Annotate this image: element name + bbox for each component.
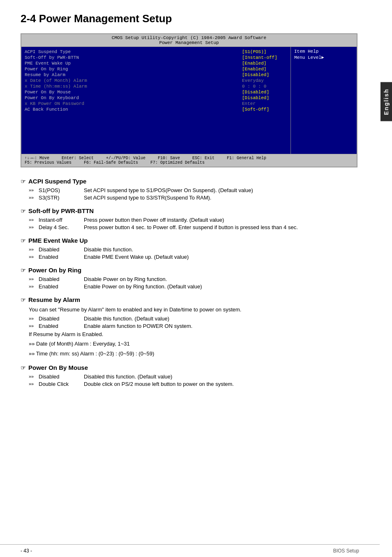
bios-row: Soft-Off by PWR-BTTN[Instant-off]: [25, 55, 287, 60]
bios-row-value: [Enabled]: [238, 67, 287, 72]
option-bullet-icon: »»: [29, 254, 39, 260]
option-row: »» S3(STR) Set ACPI suspend type to S3/S…: [29, 195, 357, 201]
bios-row-label: AC Back Function: [25, 107, 238, 112]
bios-row-value: [Disabled]: [238, 95, 287, 100]
option-row: »» Disabled Disable this function. (Defa…: [29, 316, 357, 322]
option-bullet-icon: »»: [29, 374, 39, 380]
section-heading: Power On By Mouse: [28, 364, 88, 371]
bios-row-value: [Disabled]: [238, 72, 287, 77]
bios-nav-select: Enter: Select: [62, 156, 94, 160]
option-desc: Press power button 4 sec. to Power off. …: [84, 224, 357, 230]
section-title-alarm: ☞ Resume by Alarm: [21, 296, 357, 303]
section-body-acpi: »» S1(POS) Set ACPI suspend type to S1/P…: [21, 187, 357, 201]
bios-row-label: PME Event Wake Up: [25, 61, 238, 66]
bios-row-label: Power On by Ring: [25, 67, 238, 72]
section-arrow-icon: ☞: [21, 178, 26, 185]
bios-nav-help: F1: General Help: [227, 156, 266, 160]
section-heading: Resume by Alarm: [28, 296, 80, 303]
option-desc: Enable Power on by Ring function. (Defau…: [84, 283, 357, 290]
bios-header-line2: Power Management Setup: [21, 40, 357, 45]
option-key: S1(POS): [39, 187, 84, 193]
option-desc: Enable PME Event Wake up. (Default value…: [84, 254, 357, 260]
bios-row: x KB Power ON PasswordEnter: [25, 101, 287, 107]
bios-table: CMOS Setup Utility-Copyright (C) 1984-20…: [21, 33, 357, 167]
section-body-soft-off: »» Instant-off Press power button then P…: [21, 217, 357, 230]
bios-nav-failsafe: F6: Fail-Safe Defaults: [84, 160, 138, 165]
option-desc: Disable this function.: [84, 246, 357, 253]
option-key: Instant-off: [39, 217, 84, 223]
section-title-pme: ☞ PME Event Wake Up: [21, 237, 357, 244]
bios-nav-save: F10: Save: [158, 156, 180, 160]
bios-menu-level: Menu Level►: [294, 55, 353, 60]
bios-setup-label: BIOS Setup: [333, 548, 359, 554]
section-title-soft-off: ☞ Soft-off by PWR-BTTN: [21, 207, 357, 214]
side-tab: English: [380, 82, 392, 121]
bios-row: Resume by Alarm[Disabled]: [25, 72, 287, 78]
option-key: Double Click: [39, 381, 84, 387]
section-text: »» Time (hh: mm: ss) Alarm : (0~23) : (0…: [29, 350, 357, 358]
bios-row: Power On by Ring[Enabled]: [25, 66, 287, 72]
bios-row-label: ACPI Suspend Type: [25, 49, 238, 54]
option-row: »» Enabled Enable alarm function to POWE…: [29, 323, 357, 329]
section-body-ring: »» Disabled Disable Power on by Ring fun…: [21, 276, 357, 290]
bios-row-value: [Instant-off]: [238, 55, 287, 60]
section-arrow-icon: ☞: [21, 208, 26, 214]
page-title: 2-4 Power Management Setup: [21, 12, 357, 25]
option-key: Disabled: [39, 316, 84, 322]
option-key: Enabled: [39, 323, 84, 329]
bios-row: Power On By Keyboard[Disabled]: [25, 95, 287, 101]
section-text: You can set "Resume by Alarm" item to en…: [29, 306, 357, 314]
bios-help-title: Item Help: [294, 49, 353, 54]
option-row: »» Delay 4 Sec. Press power button 4 sec…: [29, 224, 357, 230]
option-key: Disabled: [39, 374, 84, 380]
option-bullet-icon: »»: [29, 195, 39, 201]
option-row: »» Disabled Disable this function.: [29, 246, 357, 253]
section-arrow-icon: ☞: [21, 364, 26, 371]
section-text: »» Date (of Month) Alarm : Everyday, 1~3…: [29, 340, 357, 348]
bios-row-label: x Time (hh:mm:ss) Alarm: [25, 84, 238, 89]
option-desc: Enable alarm function to POWER ON system…: [84, 323, 357, 329]
option-key: Enabled: [39, 254, 84, 260]
bios-row-value: [Enabled]: [238, 61, 287, 66]
section-heading: Soft-off by PWR-BTTN: [28, 207, 94, 214]
bios-nav-move: ↑↓→←: Move: [25, 156, 49, 160]
bios-row-value: 0 : 0 : 0: [238, 84, 287, 89]
section-pme: ☞ PME Event Wake Up »» Disabled Disable …: [21, 237, 357, 260]
option-bullet-icon: »»: [29, 283, 39, 290]
section-title-ring: ☞ Power On by Ring: [21, 267, 357, 274]
bios-nav-value: +/-/PU/PD: Value: [106, 156, 145, 160]
option-bullet-icon: »»: [29, 217, 39, 223]
bios-row: Power On By Mouse[Disabled]: [25, 89, 287, 95]
section-acpi: ☞ ACPI Suspend Type »» S1(POS) Set ACPI …: [21, 178, 357, 201]
bios-nav-prev: F5: Previous Values: [25, 160, 71, 165]
bios-row: ACPI Suspend Type[S1(POS)]: [25, 49, 287, 55]
section-title-acpi: ☞ ACPI Suspend Type: [21, 178, 357, 185]
section-title-mouse: ☞ Power On By Mouse: [21, 364, 357, 371]
option-row: »» Enabled Enable Power on by Ring funct…: [29, 283, 357, 290]
section-heading: ACPI Suspend Type: [28, 178, 86, 185]
bios-nav-optimized: F7: Optimized Defaults: [150, 160, 205, 165]
bios-row-label: Soft-Off by PWR-BTTN: [25, 55, 238, 60]
option-bullet-icon: »»: [29, 316, 39, 322]
option-desc: Set ACPI suspend type to S1/POS(Power On…: [84, 187, 357, 193]
bios-row: x Date (of Month) AlarmEveryday: [25, 78, 287, 84]
option-desc: Set ACPI suspend type to S3/STR(Suspend …: [84, 195, 357, 201]
option-key: Delay 4 Sec.: [39, 224, 84, 230]
option-desc: Press power button then Power off instan…: [84, 217, 357, 223]
bios-header-line1: CMOS Setup Utility-Copyright (C) 1984-20…: [21, 35, 357, 40]
section-soft-off: ☞ Soft-off by PWR-BTTN »» Instant-off Pr…: [21, 207, 357, 230]
bios-row-value: Enter: [238, 101, 287, 106]
bios-row-value: [Disabled]: [238, 90, 287, 95]
option-desc: Disabled this function. (Default value): [84, 374, 357, 380]
option-bullet-icon: »»: [29, 246, 39, 253]
option-row: »» Disabled Disable Power on by Ring fun…: [29, 276, 357, 282]
option-key: Enabled: [39, 283, 84, 290]
section-arrow-icon: ☞: [21, 297, 26, 303]
bios-row-label: x KB Power ON Password: [25, 101, 238, 106]
bios-footer: ↑↓→←: Move Enter: Select +/-/PU/PD: Valu…: [21, 154, 357, 167]
bios-row-value: [Soft-Off]: [238, 107, 287, 112]
bios-help-panel: Item Help Menu Level►: [291, 47, 357, 154]
bios-body: ACPI Suspend Type[S1(POS)]Soft-Off by PW…: [21, 47, 357, 154]
bios-row-label: x Date (of Month) Alarm: [25, 78, 238, 83]
section-text: If Resume by Alarm is Enabled.: [29, 330, 357, 339]
